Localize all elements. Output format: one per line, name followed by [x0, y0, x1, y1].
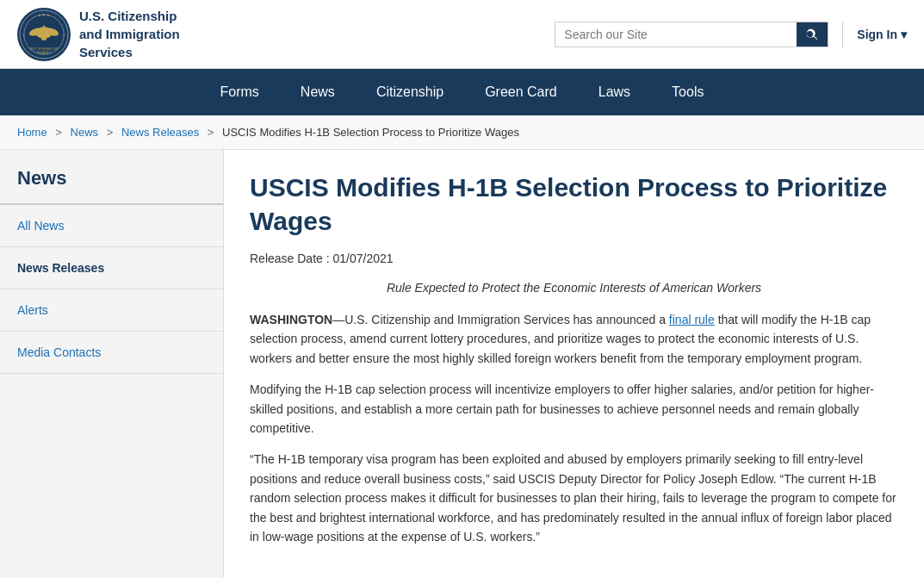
- main-layout: News All News News Releases Alerts Media…: [0, 150, 924, 578]
- header-right: Sign In ▾: [555, 22, 907, 47]
- search-icon: [805, 28, 819, 41]
- sidebar-item-all-news[interactable]: All News: [0, 205, 223, 247]
- svg-rect-10: [41, 34, 47, 40]
- nav-tools[interactable]: Tools: [651, 69, 724, 115]
- agency-name: U.S. Citizenship and Immigration Service…: [79, 7, 180, 61]
- breadcrumb-home[interactable]: Home: [17, 126, 47, 139]
- article-subtitle: Rule Expected to Protect the Economic In…: [250, 281, 898, 295]
- washington-bold: WASHINGTON: [250, 313, 332, 326]
- nav-green-card[interactable]: Green Card: [464, 69, 578, 115]
- nav-laws[interactable]: Laws: [578, 69, 651, 115]
- svg-text:SECURITY: SECURITY: [37, 50, 52, 53]
- sidebar-item-news-releases[interactable]: News Releases: [0, 247, 223, 289]
- article-paragraph-2: Modifying the H-1B cap selection process…: [250, 380, 898, 438]
- svg-text:★: ★: [22, 33, 25, 36]
- sidebar-heading: News: [0, 150, 223, 205]
- sign-in-button[interactable]: Sign In ▾: [857, 28, 907, 41]
- sidebar: News All News News Releases Alerts Media…: [0, 150, 224, 578]
- nav-forms[interactable]: Forms: [200, 69, 280, 115]
- search-container: [555, 22, 828, 47]
- breadcrumb: Home > News > News Releases > USCIS Modi…: [0, 115, 924, 150]
- breadcrumb-current: USCIS Modifies H-1B Selection Process to…: [222, 126, 519, 139]
- breadcrumb-news[interactable]: News: [71, 126, 99, 139]
- final-rule-link[interactable]: final rule: [669, 313, 715, 326]
- site-header: ★ ★ ★ ★ ★ ★ ★ ★ DEPT. OF HOMELAND SECURI…: [0, 0, 924, 69]
- logo-area: ★ ★ ★ ★ ★ ★ ★ ★ DEPT. OF HOMELAND SECURI…: [17, 7, 180, 61]
- page-title: USCIS Modifies H-1B Selection Process to…: [250, 171, 898, 238]
- breadcrumb-news-releases[interactable]: News Releases: [121, 126, 199, 139]
- header-divider: [842, 22, 843, 47]
- article-content: USCIS Modifies H-1B Selection Process to…: [224, 150, 924, 578]
- svg-text:★: ★: [63, 33, 65, 36]
- sidebar-item-alerts[interactable]: Alerts: [0, 289, 223, 332]
- nav-citizenship[interactable]: Citizenship: [356, 69, 464, 115]
- main-nav: Forms News Citizenship Green Card Laws T…: [0, 69, 924, 115]
- svg-text:★ ★ ★: ★ ★ ★: [38, 13, 50, 16]
- sidebar-item-media-contacts[interactable]: Media Contacts: [0, 332, 223, 374]
- article-paragraph-3: “The H-1B temporary visa program has bee…: [250, 450, 898, 546]
- search-button[interactable]: [797, 22, 828, 47]
- search-input[interactable]: [555, 22, 797, 47]
- agency-seal: ★ ★ ★ ★ ★ ★ ★ ★ DEPT. OF HOMELAND SECURI…: [17, 8, 71, 61]
- release-date: Release Date : 01/07/2021: [250, 252, 898, 265]
- article-paragraph-1: WASHINGTON—U.S. Citizenship and Immigrat…: [250, 310, 898, 368]
- nav-news[interactable]: News: [280, 69, 356, 115]
